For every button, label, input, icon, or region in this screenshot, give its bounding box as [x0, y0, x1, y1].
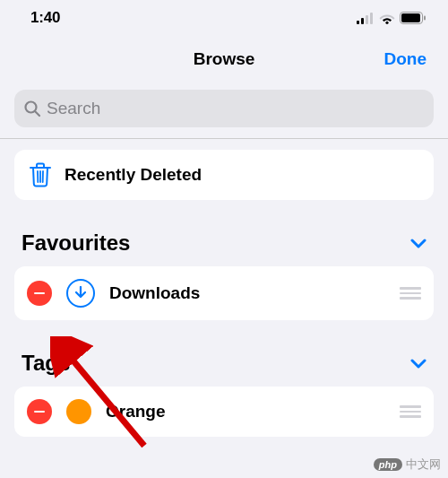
- remove-button[interactable]: [27, 399, 52, 424]
- svg-rect-1: [361, 18, 364, 24]
- tags-item-orange[interactable]: Orange: [14, 387, 434, 437]
- watermark: php 中文网: [374, 456, 441, 473]
- tag-label: Orange: [106, 402, 166, 422]
- done-button[interactable]: Done: [384, 49, 427, 69]
- status-indicators: [357, 12, 426, 24]
- status-bar: 1:40: [0, 0, 448, 36]
- minus-icon: [34, 292, 45, 295]
- tags-header[interactable]: Tags: [14, 320, 434, 387]
- cellular-icon: [357, 13, 375, 24]
- tag-color-dot: [66, 399, 91, 424]
- drag-handle[interactable]: [400, 287, 421, 300]
- page-title: Browse: [194, 49, 255, 69]
- downloads-label: Downloads: [109, 283, 200, 303]
- minus-icon: [34, 411, 45, 413]
- wifi-icon: [379, 13, 395, 24]
- svg-rect-7: [424, 16, 426, 21]
- downloads-icon: [66, 279, 95, 308]
- chevron-down-icon: [410, 359, 426, 369]
- search-icon: [23, 100, 41, 117]
- favourites-header[interactable]: Favourites: [14, 200, 434, 266]
- svg-line-9: [35, 111, 39, 116]
- recently-deleted-row[interactable]: Recently Deleted: [14, 150, 434, 200]
- tags-title: Tags: [22, 351, 70, 376]
- svg-point-4: [385, 21, 388, 23]
- watermark-badge: php: [374, 458, 402, 471]
- drag-handle[interactable]: [400, 405, 421, 418]
- search-field[interactable]: Search: [14, 90, 434, 127]
- favourites-title: Favourites: [22, 230, 130, 256]
- separator: [0, 138, 448, 139]
- chevron-down-icon: [410, 239, 426, 248]
- favourites-item-downloads[interactable]: Downloads: [14, 266, 434, 320]
- recently-deleted-label: Recently Deleted: [65, 165, 202, 185]
- svg-rect-2: [366, 15, 368, 24]
- trash-icon: [29, 162, 52, 187]
- search-placeholder: Search: [47, 99, 100, 118]
- battery-icon: [400, 12, 426, 24]
- svg-rect-6: [401, 13, 420, 22]
- remove-button[interactable]: [27, 281, 52, 306]
- status-time: 1:40: [30, 9, 60, 27]
- watermark-text: 中文网: [406, 456, 441, 473]
- nav-bar: Browse Done: [0, 36, 448, 83]
- svg-rect-0: [357, 21, 359, 24]
- svg-rect-3: [370, 13, 373, 24]
